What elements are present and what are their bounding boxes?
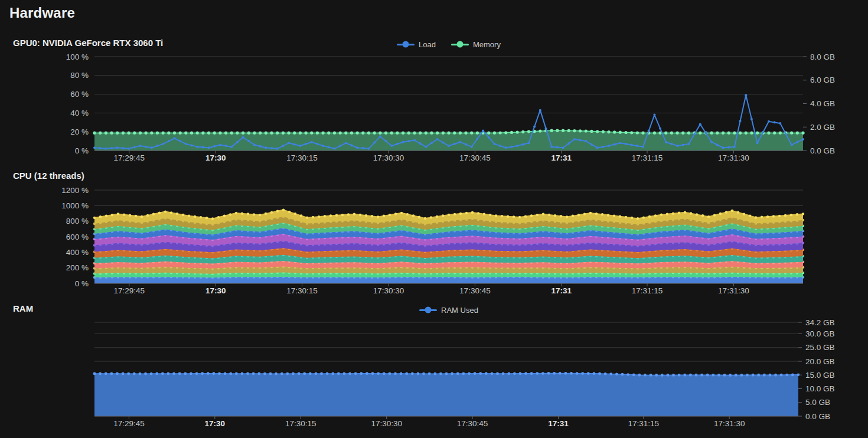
svg-text:17:31:30: 17:31:30 — [714, 419, 745, 428]
svg-text:17:30:45: 17:30:45 — [459, 153, 491, 162]
svg-text:0.0 GB: 0.0 GB — [805, 412, 830, 421]
svg-text:17:31: 17:31 — [548, 419, 569, 428]
svg-text:34.2 GB: 34.2 GB — [805, 318, 835, 327]
svg-text:4.0 GB: 4.0 GB — [810, 99, 835, 108]
svg-text:5.0 GB: 5.0 GB — [805, 398, 830, 407]
svg-text:15.0 GB: 15.0 GB — [805, 371, 835, 380]
svg-text:0 %: 0 % — [75, 146, 89, 155]
svg-text:17:30: 17:30 — [205, 419, 226, 428]
svg-text:0 %: 0 % — [75, 279, 89, 288]
svg-text:17:29:45: 17:29:45 — [114, 153, 145, 162]
svg-text:17:30:30: 17:30:30 — [373, 153, 404, 162]
legend-item-memory[interactable]: Memory — [451, 40, 501, 49]
svg-text:200 %: 200 % — [66, 263, 89, 272]
series-layer — [93, 94, 804, 151]
series-ram-used — [93, 372, 800, 416]
cpu-section-title: CPU (12 threads) — [13, 171, 84, 181]
legend-marker-icon — [419, 306, 437, 313]
svg-text:8.0 GB: 8.0 GB — [810, 53, 835, 61]
legend-label: Load — [419, 40, 436, 49]
svg-text:600 %: 600 % — [66, 233, 89, 241]
svg-text:17:30:15: 17:30:15 — [286, 153, 318, 162]
svg-text:17:30: 17:30 — [205, 286, 226, 295]
svg-text:1000 %: 1000 % — [61, 201, 89, 210]
svg-text:17:30:45: 17:30:45 — [457, 419, 488, 428]
svg-text:17:30: 17:30 — [205, 153, 226, 162]
svg-text:17:31:30: 17:31:30 — [718, 286, 749, 295]
svg-text:17:29:45: 17:29:45 — [114, 286, 145, 295]
ram-legend: RAM Used — [94, 305, 803, 315]
svg-text:17:29:45: 17:29:45 — [113, 419, 145, 428]
legend-label: Memory — [473, 40, 501, 49]
legend-label: RAM Used — [441, 306, 478, 315]
series-layer — [93, 372, 800, 416]
svg-text:2.0 GB: 2.0 GB — [810, 123, 835, 132]
hardware-dashboard: Hardware GPU0: NVIDIA GeForce RTX 3060 T… — [0, 0, 868, 438]
svg-text:17:31:30: 17:31:30 — [718, 153, 749, 162]
legend-item-ram-used[interactable]: RAM Used — [419, 306, 478, 315]
svg-text:17:31:15: 17:31:15 — [628, 419, 659, 428]
svg-text:17:30:15: 17:30:15 — [285, 419, 316, 428]
svg-text:60 %: 60 % — [70, 90, 89, 99]
svg-text:10.0 GB: 10.0 GB — [805, 384, 835, 393]
svg-text:17:30:45: 17:30:45 — [459, 286, 491, 295]
svg-text:20 %: 20 % — [70, 128, 89, 136]
svg-text:20.0 GB: 20.0 GB — [805, 357, 835, 366]
svg-text:40 %: 40 % — [70, 109, 89, 117]
svg-text:17:31:15: 17:31:15 — [632, 286, 663, 295]
gpu-chart: 17:29:4517:3017:30:1517:30:3017:30:4517:… — [0, 52, 868, 165]
legend-marker-icon — [451, 41, 469, 48]
svg-text:800 %: 800 % — [66, 217, 89, 225]
svg-text:17:30:15: 17:30:15 — [286, 286, 318, 295]
svg-text:17:31: 17:31 — [552, 153, 572, 162]
svg-text:100 %: 100 % — [66, 53, 89, 61]
svg-text:25.0 GB: 25.0 GB — [805, 343, 835, 352]
series-layer — [93, 208, 804, 283]
svg-text:400 %: 400 % — [66, 248, 89, 257]
ram-chart: 17:29:4517:3017:30:1517:30:3017:30:4517:… — [0, 316, 868, 436]
legend-marker-icon — [397, 41, 415, 48]
svg-text:80 %: 80 % — [70, 71, 89, 80]
svg-text:17:31: 17:31 — [552, 286, 572, 295]
svg-text:0.0 GB: 0.0 GB — [810, 146, 835, 155]
svg-text:1200 %: 1200 % — [61, 186, 89, 195]
svg-text:17:30:30: 17:30:30 — [371, 419, 402, 428]
gpu-legend: LoadMemory — [94, 39, 803, 50]
svg-text:6.0 GB: 6.0 GB — [810, 76, 835, 84]
svg-text:30.0 GB: 30.0 GB — [805, 329, 835, 338]
svg-text:17:31:15: 17:31:15 — [632, 153, 663, 162]
legend-item-load[interactable]: Load — [397, 40, 436, 49]
ram-section-title: RAM — [13, 303, 33, 313]
cpu-chart: 17:29:4517:3017:30:1517:30:3017:30:4517:… — [0, 184, 868, 301]
svg-text:17:30:30: 17:30:30 — [373, 286, 404, 295]
page-title: Hardware — [9, 5, 75, 21]
